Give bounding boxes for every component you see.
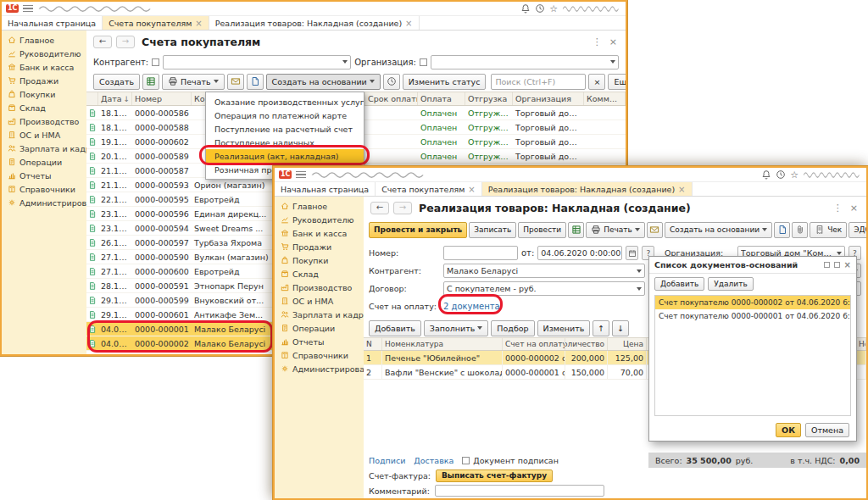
counterparty-filter-input[interactable] [163,55,351,69]
column-organization[interactable]: Организация [513,92,584,105]
calendar-icon-button[interactable] [626,246,638,260]
sidebar-item[interactable]: Операции [275,321,364,335]
more-icon[interactable]: ⋮ [591,36,604,47]
main-menu-icon[interactable] [23,5,33,12]
ok-button[interactable]: ОК [776,423,801,437]
sidebar-item[interactable]: Зарплата и кадры [2,142,86,155]
document-icon-button[interactable] [774,222,790,238]
delete-button[interactable]: Удалить [708,277,753,291]
dtkt-register-icon-button[interactable] [568,222,584,238]
more-button[interactable]: Еще [608,74,626,90]
tab-invoices[interactable]: Счета покупателям× [103,16,209,30]
column-quantity[interactable]: Количество [565,338,608,350]
list-item[interactable]: Счет покупателю 0000-000002 от 04.06.202… [655,296,850,309]
history-icon-button[interactable] [383,74,400,90]
document-icon-button[interactable] [247,74,264,90]
column-partial[interactable]: Но... [856,338,866,350]
pick-button[interactable]: Подбор [491,320,534,336]
add-row-button[interactable]: Добавить [369,320,421,336]
close-icon[interactable]: × [844,260,851,269]
column-n[interactable]: N [364,338,382,350]
sidebar-item[interactable]: Зарплата и кадры [275,308,364,321]
post-and-close-button[interactable]: Провести и закрыть [369,222,467,238]
sidebar-item[interactable]: Склад [2,101,86,114]
move-up-button[interactable]: ↑ [593,320,609,336]
fill-button[interactable]: Заполнить [424,320,489,336]
sidebar-item[interactable]: Справочники [275,348,364,362]
sidebar-item[interactable]: Отчеты [2,169,86,182]
column-price[interactable]: Цена [608,338,647,350]
create-button[interactable]: Создать [93,74,140,90]
tab-home[interactable]: Начальная страница [2,16,103,30]
search-input[interactable] [491,74,586,90]
column-number[interactable]: Номер [132,92,192,105]
clear-search-icon[interactable]: × [588,74,605,90]
history-icon[interactable] [535,3,545,14]
column-date[interactable]: Дата↓ [98,92,132,105]
issue-invoice-button[interactable]: Выписать счет-фактуру [436,469,553,482]
organization-filter-input[interactable] [431,55,619,69]
signatures-link[interactable]: Подписи [369,456,405,465]
column-payment[interactable]: Оплата [418,92,465,105]
sidebar-item[interactable]: ОС и НМА [2,128,86,142]
sidebar-item[interactable]: Главное [275,199,364,213]
change-status-button[interactable]: Изменить статус [403,74,487,90]
column-shipment[interactable]: Отгрузка [465,92,513,105]
column-comment[interactable]: Комм... [584,92,626,105]
sidebar-item[interactable]: Администрирование [275,362,364,375]
sidebar-item[interactable]: Покупки [275,253,364,267]
print-button[interactable]: Печать [586,222,645,238]
number-input[interactable] [443,246,518,260]
sidebar-item[interactable]: Производство [275,281,364,294]
close-icon[interactable]: × [849,203,860,214]
favorites-star-icon[interactable]: ☆ [790,170,798,180]
sidebar-item[interactable]: Банк и касса [2,60,86,74]
cancel-button[interactable]: Отмена [805,423,849,437]
sidebar-item[interactable]: ОС и НМА [275,294,364,308]
attachment-icon-button[interactable] [792,222,808,238]
sidebar-item[interactable]: Продажи [2,74,86,87]
print-button[interactable]: Печать [162,74,225,90]
delivery-link[interactable]: Доставка [414,456,453,465]
more-icon[interactable]: ⋮ [832,203,844,214]
menu-item[interactable]: Оказание производственных услуг [206,95,364,108]
sidebar-item[interactable]: Главное [2,33,86,47]
sidebar-item[interactable]: Администрирование [2,196,86,209]
edo-button[interactable]: ЭДО [849,222,866,238]
tab-home[interactable]: Начальная страница [275,182,376,196]
menu-item[interactable]: Поступление наличных [206,136,364,149]
tab-invoices[interactable]: Счета покупателям× [376,182,482,196]
save-button[interactable]: Записать [469,222,516,238]
sidebar-item[interactable]: Производство [2,114,86,128]
create-based-on-button[interactable]: Создать на основании [266,74,381,90]
sidebar-item[interactable]: Продажи [275,240,364,253]
column-due[interactable]: Срок оплаты [365,92,418,105]
favorites-star-icon[interactable]: ☆ [549,4,558,14]
invoice-documents-link[interactable]: 2 документа [443,302,500,311]
forward-button[interactable]: → [393,202,412,214]
restore-icon[interactable] [824,262,830,268]
sidebar-item[interactable]: Банк и касса [275,226,364,240]
tab-sales-document[interactable]: Реализация товаров: Накладная (создание)… [209,16,420,30]
column-nomenclature[interactable]: Номенклатура [382,338,503,350]
sidebar-item[interactable]: Руководителю [2,47,86,60]
sidebar-item[interactable]: Операции [2,155,86,169]
tab-sales-document[interactable]: Реализация товаров: Накладная (создание)… [482,182,693,196]
menu-item[interactable]: Реализация (акт, накладная) [206,149,364,163]
counterparty-filter-checkbox[interactable] [152,58,159,66]
report-grid-icon-button[interactable] [142,74,159,90]
main-menu-icon[interactable] [296,171,306,178]
history-icon[interactable] [776,169,786,180]
date-input[interactable]: 04.06.2020 0:00:00 [537,246,622,260]
doc-signed-checkbox[interactable] [462,457,470,464]
close-icon[interactable]: × [195,19,202,28]
menu-item[interactable]: Поступление на расчетный счет [206,122,364,136]
back-button[interactable]: ← [93,36,112,48]
back-button[interactable]: ← [370,202,389,214]
sidebar-item[interactable]: Руководителю [275,213,364,226]
change-button[interactable]: Изменить [537,320,591,336]
receipt-check-button[interactable]: Чек [810,222,847,238]
sidebar-item[interactable]: Покупки [2,87,86,101]
close-icon[interactable]: × [405,19,412,28]
add-button[interactable]: Добавить [654,277,704,291]
